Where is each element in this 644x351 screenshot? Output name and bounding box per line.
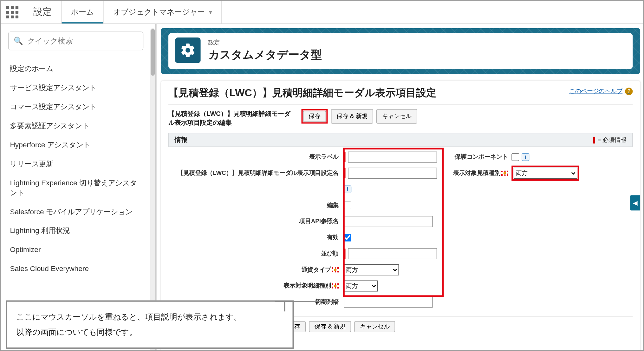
help-link[interactable]: このページのヘルプ ? — [569, 88, 633, 95]
label-text: 通貨タイプ — [302, 266, 331, 274]
tab-label: オブジェクトマネージャー — [113, 7, 205, 17]
sidebar-item-lex-transition[interactable]: Lightning Experience 切り替えアシスタント — [8, 174, 145, 203]
input-init-width[interactable] — [344, 297, 433, 308]
label-text: 表示対象明細種別 — [283, 282, 331, 290]
section-info: 情報 = 必須情報 — [168, 133, 633, 147]
search-icon: 🔍 — [14, 36, 23, 45]
highlight-save: 保存 — [302, 109, 328, 123]
help-icon: ? — [625, 88, 633, 95]
app-label: 設定 — [24, 1, 61, 23]
setup-nav-list: 設定のホーム サービス設定アシスタント コマース設定アシスタント 多要素認証アシ… — [8, 60, 151, 279]
label-protected: 保護コンポーネント — [437, 153, 511, 161]
required-bar-icon — [344, 152, 345, 162]
highlight-target-quote — [501, 171, 508, 176]
label-setting-name: 【見積登録（LWC）】見積明細詳細モーダル表示項目設定名 — [168, 169, 342, 177]
bottom-button-row: 保存 保存 & 新規 キャンセル — [283, 316, 633, 332]
input-display-label[interactable] — [348, 152, 437, 163]
save-new-button[interactable]: 保存 & 新規 — [331, 109, 373, 123]
gear-tile — [175, 37, 200, 63]
sidebar-item-service-assistant[interactable]: サービス設定アシスタント — [8, 79, 145, 98]
checkbox-enabled[interactable] — [344, 234, 351, 242]
select-detail-type[interactable]: 両方 — [344, 281, 378, 292]
input-api-name[interactable] — [344, 216, 433, 227]
chevron-down-icon: ▾ — [209, 9, 212, 15]
highlight-currency — [332, 267, 339, 272]
label-edit: 編集 — [168, 202, 342, 209]
page-banner: 設定 カスタムメタデータ型 — [161, 28, 640, 74]
label-enabled: 有効 — [168, 234, 342, 242]
input-sort-order[interactable] — [348, 248, 437, 259]
label-detail-type: 表示対象明細種別 — [168, 282, 342, 290]
info-icon[interactable]: i — [522, 153, 529, 161]
checkbox-protected[interactable] — [511, 153, 519, 161]
tab-home[interactable]: ホーム — [61, 1, 104, 23]
label-target-quote-type: 表示対象見積種別 — [437, 169, 511, 177]
required-legend-text: = 必須情報 — [597, 136, 626, 144]
sidebar-item-lightning-usage[interactable]: Lightning 利用状況 — [8, 222, 145, 241]
required-bar-icon — [344, 249, 345, 259]
breadcrumb: 設定 — [208, 39, 322, 46]
label-sort-order: 並び順 — [168, 250, 342, 258]
required-legend: = 必須情報 — [593, 136, 626, 144]
edit-title: 【見積登録（LWC）】見積明細詳細モーダル表示項目設定の編集 — [168, 109, 296, 127]
select-target-quote-type[interactable]: 両方 — [514, 168, 577, 179]
required-bar-icon — [593, 136, 595, 143]
cancel-button-bottom[interactable]: キャンセル — [355, 321, 395, 332]
label-api-name: 項目API参照名 — [168, 218, 342, 225]
save-button[interactable]: 保存 — [303, 111, 326, 122]
edit-action-row: 【見積登録（LWC）】見積明細詳細モーダル表示項目設定の編集 保存 保存 & 新… — [168, 104, 633, 127]
expand-panel-tab[interactable]: ◀ — [630, 195, 640, 210]
info-icon[interactable]: i — [344, 185, 351, 193]
save-new-button-bottom[interactable]: 保存 & 新規 — [309, 321, 351, 332]
sidebar-item-setup-home[interactable]: 設定のホーム — [8, 60, 145, 79]
help-link-label: このページのヘルプ — [569, 88, 622, 95]
sidebar-item-hyperforce-assistant[interactable]: Hyperforce アシスタント — [8, 136, 145, 155]
callout-leader-line — [284, 301, 339, 311]
annotation-callout: ここにマウスカーソルを重ねると、項目説明が表示されます。 以降の画面についても同… — [6, 300, 294, 349]
sidebar-item-release-updates[interactable]: リリース更新 — [8, 155, 145, 174]
sidebar-item-mfa-assistant[interactable]: 多要素認証アシスタント — [8, 117, 145, 136]
checkbox-edit[interactable] — [344, 202, 351, 209]
gear-icon — [180, 42, 196, 58]
help-dot-icon[interactable] — [504, 172, 506, 175]
tab-object-manager[interactable]: オブジェクトマネージャー ▾ — [104, 1, 222, 23]
callout-line1: ここにマウスカーソルを重ねると、項目説明が表示されます。 — [16, 309, 283, 324]
sidebar-item-sales-cloud-everywhere[interactable]: Sales Cloud Everywhere — [8, 260, 145, 279]
help-dot-icon[interactable] — [334, 268, 336, 271]
section-title: 情報 — [175, 136, 187, 144]
global-nav: 設定 ホーム オブジェクトマネージャー ▾ — [1, 1, 644, 24]
quick-find-input[interactable] — [27, 36, 138, 45]
page-title: カスタムメタデータ型 — [208, 47, 322, 62]
cancel-button[interactable]: キャンセル — [376, 109, 417, 123]
label-text: 表示対象見積種別 — [453, 169, 501, 177]
sidebar-item-mobile-app[interactable]: Salesforce モバイルアプリケーション — [8, 203, 145, 222]
highlight-select: 両方 — [511, 166, 579, 181]
label-currency-type: 通貨タイプ — [168, 266, 342, 274]
required-bar-icon — [344, 168, 345, 178]
highlight-detail-type — [332, 283, 339, 288]
edit-form: 表示ラベル 保護コンポーネント i 【見積登録（LWC）】見積明細詳細モーダル表… — [168, 149, 633, 310]
record-heading: 【見積登録（LWC）】見積明細詳細モーダル表示項目設定 — [168, 86, 633, 100]
label-display-label: 表示ラベル — [168, 153, 342, 161]
input-setting-name[interactable] — [348, 168, 437, 179]
quick-find[interactable]: 🔍 — [8, 32, 143, 50]
select-currency-type[interactable]: 両方 — [344, 264, 399, 275]
sidebar-item-optimizer[interactable]: Optimizer — [8, 241, 145, 260]
callout-line2: 以降の画面についても同様です。 — [16, 325, 283, 340]
help-dot-icon[interactable] — [334, 285, 336, 287]
scrollbar-thumb[interactable] — [151, 29, 155, 76]
app-launcher[interactable] — [1, 1, 24, 23]
sidebar-item-commerce-assistant[interactable]: コマース設定アシスタント — [8, 98, 145, 117]
apps-icon — [6, 6, 18, 18]
